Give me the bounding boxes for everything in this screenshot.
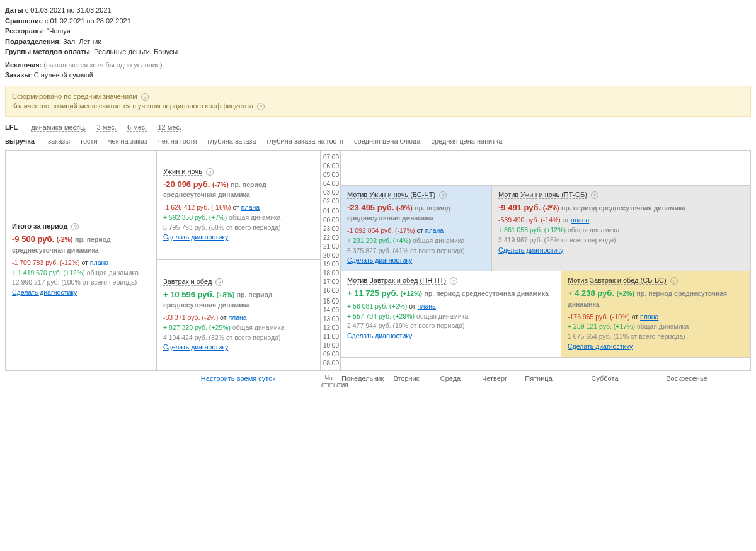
diagnostic-link[interactable]: Сделать диагностику [163, 233, 228, 241]
card-desc: пр. период среднесуточная динамика [561, 204, 685, 212]
total-plan: -1 709 783 руб. (-12%) [12, 259, 80, 266]
card-value: + 11 725 руб. [347, 288, 398, 298]
time-label: 17:00 [322, 278, 339, 287]
orders-label: Заказы [5, 71, 30, 79]
card-plan: + 56 081 руб. (+2%) [347, 302, 407, 310]
card-dinner-weekend[interactable]: Мотив Ужин и ночь (ПТ-СБ) ? -9 491 руб. … [492, 186, 750, 271]
help-icon[interactable]: ? [141, 93, 149, 101]
time-label: 18:00 [322, 269, 339, 278]
tab-12m[interactable]: 12 мес. [158, 123, 181, 132]
diagnostic-link[interactable]: Сделать диагностику [568, 343, 633, 350]
plan-link[interactable]: плана [241, 203, 260, 211]
tab-check-guest[interactable]: чек на гостя [158, 137, 197, 145]
card-dyn: + 239 121 руб. (+17%) [568, 322, 635, 330]
card-from: от [632, 313, 638, 321]
dinner-pct: (-7%) [212, 181, 229, 188]
dinner-row: Мотив Ужин и ночь (ВС-ЧТ) ? -23 495 руб.… [341, 186, 750, 272]
time-label: 03:00 [322, 188, 339, 197]
tab-revenue-active[interactable]: выручка [5, 137, 35, 145]
plan-link[interactable]: плана [418, 302, 436, 310]
card-from: от [417, 227, 423, 234]
card-from: от [409, 302, 415, 310]
lunch-row: Мотив Завтрак и обед (ПН-ПТ) ? + 11 725 … [341, 271, 750, 358]
card-dyn: + 361 058 руб. (+12%) [498, 226, 566, 234]
time-label: 01:00 [322, 207, 339, 216]
time-label: 09:00 [322, 350, 339, 359]
time-label: 14:00 [322, 306, 339, 315]
tab-orders[interactable]: заказы [48, 137, 70, 145]
banner-line1: Сформировано по средним значениям [12, 93, 137, 100]
time-label: 21:00 [322, 242, 339, 251]
dates-label: Даты [5, 6, 23, 14]
total-pct: (-2%) [57, 236, 73, 243]
dates-value: с 01.03.2021 по 31.03.2021 [25, 6, 112, 14]
schedule-body: Мотив Ужин и ночь (ВС-ЧТ) ? -23 495 руб.… [341, 151, 750, 370]
time-label: 04:00 [322, 179, 339, 188]
diagnostic-link[interactable]: Сделать диагностику [347, 256, 412, 264]
card-pct: (-2%) [543, 204, 559, 212]
lunch-share: 4 194 424 руб. (32% от всего периода) [163, 333, 314, 343]
card-title: Мотив Ужин и ночь (ВС-ЧТ) [347, 191, 435, 199]
tab-avg-drink[interactable]: средняя цена напитка [431, 137, 502, 145]
tab-3m[interactable]: 3 мес. [96, 123, 116, 132]
time-label: 11:00 [322, 332, 339, 341]
day-monday: Понедельник [340, 373, 384, 390]
card-from: от [563, 216, 569, 224]
configure-time-link[interactable]: Настроить время суток [201, 375, 275, 382]
tab-avg-dish[interactable]: средняя цена блюда [354, 137, 420, 145]
diagnostic-link[interactable]: Сделать диагностику [163, 343, 228, 351]
card-dinner-weekday[interactable]: Мотив Ужин и ночь (ВС-ЧТ) ? -23 495 руб.… [341, 186, 492, 271]
diagnostic-link[interactable]: Сделать диагностику [12, 288, 77, 296]
tab-guests[interactable]: гости [81, 137, 98, 145]
time-label: 12:00 [322, 324, 339, 332]
plan-link[interactable]: плана [571, 216, 589, 224]
help-icon[interactable]: ? [257, 103, 265, 110]
plan-link[interactable]: плана [640, 313, 658, 321]
time-label: 02:00 [322, 197, 339, 206]
tab-depth-guest[interactable]: глубина заказа на гостя [266, 137, 343, 145]
card-dyn-lbl: общая динамика [568, 226, 619, 234]
time-label: 05:00 [322, 171, 339, 179]
day-saturday: Суббота [561, 373, 649, 390]
card-dyn-lbl: общая динамика [413, 237, 464, 244]
card-lunch-weekday[interactable]: Мотив Завтрак и обед (ПН-ПТ) ? + 11 725 … [341, 271, 561, 357]
time-label: 22:00 [322, 234, 339, 242]
total-card: Итого за период ? -9 500 руб. (-2%) пр. … [6, 151, 157, 370]
time-label: 08:00 [322, 359, 339, 368]
diagnostic-link[interactable]: Сделать диагностику [347, 332, 412, 339]
help-icon[interactable]: ? [439, 191, 447, 199]
tab-dynamics-month[interactable]: динамика месяц. [31, 123, 86, 132]
blank-top [341, 151, 750, 186]
diagnostic-link[interactable]: Сделать диагностику [498, 246, 563, 254]
help-icon[interactable]: ? [450, 277, 457, 285]
lfl-tabs: LFL динамика месяц. 3 мес. 6 мес. 12 мес… [5, 123, 751, 131]
lunch-pct: (+8%) [217, 291, 234, 298]
card-dyn-lbl: общая динамика [637, 322, 689, 330]
plan-link[interactable]: плана [228, 314, 246, 321]
help-icon[interactable]: ? [206, 168, 214, 176]
help-icon[interactable]: ? [215, 278, 223, 286]
tab-check-order[interactable]: чек на заказ [108, 137, 147, 145]
lunch-title: Завтрак и обед [163, 278, 212, 286]
card-dyn-lbl: общая динамика [416, 312, 468, 320]
departments-value: : Зал, Летник [59, 38, 101, 45]
tab-6m[interactable]: 6 мес. [127, 123, 147, 132]
plan-link[interactable]: плана [425, 227, 444, 234]
help-icon[interactable]: ? [591, 191, 598, 199]
help-icon[interactable]: ? [670, 277, 678, 285]
plan-link[interactable]: плана [90, 259, 108, 266]
day-thursday: Четверг [472, 373, 517, 390]
lfl-label: LFL [5, 123, 18, 131]
card-share: 3 419 967 руб. (26% от всего периода) [498, 236, 744, 246]
help-icon[interactable]: ? [71, 223, 79, 230]
card-pct: (+2%) [617, 290, 634, 297]
restaurants-value: : "Чешуя" [43, 27, 73, 35]
card-lunch-weekend[interactable]: Мотив Завтрак и обед (СБ-ВС) ? + 4 238 р… [561, 271, 750, 357]
total-dyn-lbl: общая динамика [87, 269, 139, 276]
time-label: 07:00 [322, 153, 339, 162]
day-friday: Пятница [517, 373, 561, 390]
card-plan: -539 490 руб. (-14%) [498, 216, 561, 224]
tab-depth-order[interactable]: глубина заказа [208, 137, 256, 145]
departments-label: Подразделения [5, 38, 59, 45]
card-desc: пр. период среднесуточная динамика [425, 290, 549, 297]
